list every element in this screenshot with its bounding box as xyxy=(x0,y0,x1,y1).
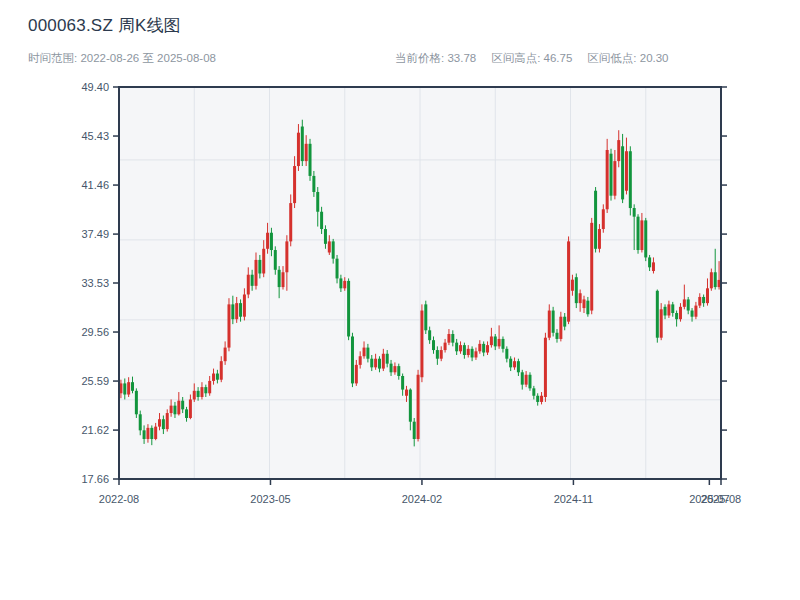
candle-body xyxy=(633,208,636,217)
candle-body xyxy=(617,140,620,161)
candle-body xyxy=(397,366,400,376)
candle-body xyxy=(332,241,335,258)
candle-body xyxy=(158,419,161,426)
candle-body xyxy=(212,374,215,381)
candle-body xyxy=(305,144,308,161)
candle-body xyxy=(648,257,651,267)
candle-body xyxy=(224,348,227,362)
candle-body xyxy=(247,275,250,295)
candle-body xyxy=(185,409,188,418)
candle-body xyxy=(498,339,501,346)
candle-body xyxy=(629,151,632,208)
candle-body xyxy=(413,422,416,439)
candle-body xyxy=(463,345,466,355)
candle-body xyxy=(444,343,447,350)
candle-body xyxy=(532,388,535,395)
candle-body xyxy=(359,356,362,365)
candle-body xyxy=(285,241,288,272)
candle-body xyxy=(694,306,697,317)
candle-body xyxy=(366,348,369,359)
candle-body xyxy=(640,220,643,250)
x-tick-label: 2024-02 xyxy=(402,493,442,505)
candle-body xyxy=(702,297,705,303)
candle-body xyxy=(583,299,586,308)
candle-body xyxy=(390,364,393,373)
candle-body xyxy=(312,176,315,192)
candle-body xyxy=(235,303,238,319)
candle-body xyxy=(474,351,477,357)
candle-body xyxy=(378,359,381,369)
candle-body xyxy=(637,217,640,250)
candle-body xyxy=(386,354,389,364)
candle-body xyxy=(548,311,551,338)
candle-body xyxy=(200,387,203,397)
candle-body xyxy=(258,260,261,274)
candle-body xyxy=(231,304,234,319)
candle-body xyxy=(478,344,481,351)
candle-body xyxy=(154,427,157,439)
x-tick-label: 2025-08 xyxy=(701,493,741,505)
candle-body xyxy=(274,250,277,270)
candle-body xyxy=(683,299,686,306)
candle-body xyxy=(613,161,616,196)
candle-body xyxy=(586,301,589,315)
candle-body xyxy=(505,349,508,359)
candle-body xyxy=(459,345,462,351)
candle-body xyxy=(401,376,404,390)
candle-body xyxy=(687,299,690,310)
candle-body xyxy=(590,223,593,311)
candle-body xyxy=(297,133,300,166)
candle-body xyxy=(405,390,408,396)
candle-body xyxy=(146,428,149,439)
candle-body xyxy=(135,391,138,414)
candle-body xyxy=(266,233,269,249)
candle-body xyxy=(559,317,562,339)
candle-body xyxy=(139,414,142,430)
candle-body xyxy=(177,401,180,415)
candle-body xyxy=(351,336,354,383)
candle-body xyxy=(131,382,134,391)
candle-body xyxy=(451,334,454,343)
candle-body xyxy=(150,428,153,439)
candle-body xyxy=(409,390,412,422)
candle-body xyxy=(293,166,296,203)
candle-body xyxy=(525,375,528,385)
candle-body xyxy=(494,336,497,346)
candle-body xyxy=(170,406,173,413)
candle-body xyxy=(517,361,520,372)
candle-body xyxy=(509,359,512,368)
candle-body xyxy=(374,359,377,368)
candle-body xyxy=(656,291,659,338)
candle-body xyxy=(571,280,574,291)
candle-body xyxy=(123,383,126,394)
y-tick-label: 45.43 xyxy=(81,130,109,142)
candle-body xyxy=(602,209,605,229)
candle-body xyxy=(575,277,578,303)
x-tick-label: 2023-05 xyxy=(250,493,290,505)
candle-body xyxy=(239,303,242,317)
candle-body xyxy=(579,293,582,303)
candle-body xyxy=(714,272,717,287)
candle-body xyxy=(710,272,713,288)
candle-body xyxy=(471,349,474,358)
candle-body xyxy=(447,334,450,343)
candle-body xyxy=(270,233,273,250)
candle-body xyxy=(652,262,655,271)
candle-body xyxy=(181,401,184,410)
candle-body xyxy=(467,349,470,355)
candle-body xyxy=(289,203,292,241)
candle-body xyxy=(417,375,420,439)
y-tick-label: 33.53 xyxy=(81,277,109,289)
candle-body xyxy=(347,281,350,337)
candle-body xyxy=(363,348,366,357)
candle-body xyxy=(382,354,385,369)
candle-body xyxy=(455,343,458,352)
candle-body xyxy=(208,381,211,393)
candle-body xyxy=(278,270,281,287)
candle-body xyxy=(424,304,427,330)
candle-body xyxy=(166,413,169,429)
candle-body xyxy=(540,396,543,402)
candle-body xyxy=(328,241,331,252)
candle-body xyxy=(552,311,555,333)
candle-body xyxy=(528,375,531,389)
